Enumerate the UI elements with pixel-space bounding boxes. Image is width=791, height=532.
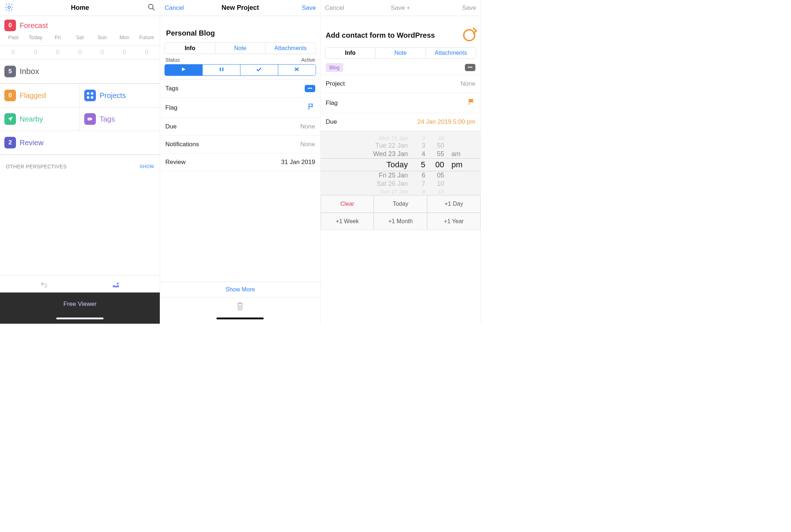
- forecast-label: Forecast: [20, 21, 48, 30]
- status-onhold-button[interactable]: [202, 65, 240, 75]
- cancel-button[interactable]: Cancel: [325, 4, 348, 12]
- forecast-day[interactable]: Fri: [46, 34, 69, 40]
- cell-flagged[interactable]: 0 Flagged: [0, 84, 80, 107]
- flag-icon[interactable]: [467, 98, 475, 108]
- status-segmented: [165, 64, 316, 76]
- plus-1-year-button[interactable]: +1 Year: [427, 213, 480, 230]
- home-indicator-icon: [56, 318, 104, 319]
- forecast-day[interactable]: Mon: [113, 34, 135, 40]
- flag-icon[interactable]: [307, 103, 315, 112]
- task-tab-bar: Info Note Attachments: [325, 47, 476, 59]
- home-header: Home: [0, 0, 160, 16]
- save-button[interactable]: Save: [454, 4, 476, 12]
- project-label: Project: [326, 80, 345, 87]
- status-done-button[interactable]: [240, 65, 278, 75]
- project-name-field[interactable]: Personal Blog: [160, 16, 320, 42]
- settings-gear-icon[interactable]: [4, 3, 27, 13]
- nearby-label: Nearby: [20, 115, 43, 123]
- task-flag-row[interactable]: Flag: [321, 93, 480, 113]
- tags-icon: [84, 113, 96, 125]
- task-project-row[interactable]: Project None: [321, 75, 480, 93]
- tab-note[interactable]: Note: [215, 43, 265, 54]
- forecast-count: 0: [113, 49, 135, 56]
- tags-picker-icon[interactable]: •••: [465, 64, 475, 71]
- save-button[interactable]: Save: [293, 4, 316, 12]
- today-button[interactable]: Today: [374, 195, 427, 213]
- flag-label: Flag: [326, 99, 338, 107]
- tab-info[interactable]: Info: [325, 48, 375, 58]
- forecast-day[interactable]: Sun: [91, 34, 113, 40]
- status-active-button[interactable]: [165, 65, 202, 75]
- plus-1-month-button[interactable]: +1 Month: [374, 213, 427, 230]
- inbox-badge-icon: 5: [4, 66, 16, 77]
- cell-projects[interactable]: Projects: [80, 84, 160, 107]
- status-dropped-button[interactable]: [278, 65, 316, 75]
- picker-row[interactable]: Wed 23 Jan455am: [321, 150, 480, 158]
- home-indicator-icon: [216, 318, 264, 319]
- review-row[interactable]: Review 31 Jan 2019: [160, 154, 320, 171]
- panel-task-detail: Cancel Save + Save Add contact form to W…: [321, 0, 481, 324]
- tab-info[interactable]: Info: [165, 43, 215, 54]
- task-due-row[interactable]: Due 24 Jan 2019 5:00 pm: [321, 113, 480, 131]
- inbox-row[interactable]: 5 Inbox: [0, 60, 160, 83]
- cancel-button[interactable]: Cancel: [165, 4, 187, 12]
- cell-review[interactable]: 2 Review: [0, 131, 160, 155]
- tags-label: Tags: [100, 115, 115, 123]
- undo-icon[interactable]: [8, 281, 80, 290]
- tags-label: Tags: [165, 85, 178, 92]
- free-viewer-banner[interactable]: Free Viewer: [0, 292, 160, 324]
- clear-button[interactable]: Clear: [321, 195, 374, 213]
- flag-label: Flag: [165, 104, 177, 111]
- flagged-badge-icon: 0: [4, 90, 16, 101]
- review-value: 31 Jan 2019: [281, 159, 315, 166]
- forecast-day[interactable]: Past: [2, 34, 24, 40]
- panel-home: Home 0 Forecast PastTodayFriSatSunMonFut…: [0, 0, 160, 324]
- forecast-day[interactable]: Sat: [69, 34, 91, 40]
- detail-tab-bar: Info Note Attachments: [165, 42, 316, 54]
- trash-icon[interactable]: [236, 306, 244, 312]
- other-perspectives-row: OTHER PERSPECTIVES SHOW: [0, 155, 160, 172]
- flag-row[interactable]: Flag: [160, 98, 320, 118]
- tags-picker-icon[interactable]: •••: [305, 85, 315, 92]
- task-tags-row[interactable]: Blog •••: [321, 60, 480, 75]
- due-row[interactable]: Due None: [160, 118, 320, 136]
- svg-rect-6: [220, 67, 221, 71]
- forecast-count: 0: [135, 49, 158, 56]
- new-project-title: New Project: [222, 4, 259, 12]
- trash-toolbar: [160, 297, 320, 324]
- notifications-label: Notifications: [165, 141, 199, 148]
- date-picker[interactable]: Mon 21 Jan245Tue 22 Jan350Wed 23 Jan455a…: [321, 131, 480, 195]
- free-viewer-label: Free Viewer: [63, 300, 96, 307]
- cell-tags[interactable]: Tags: [80, 107, 160, 131]
- due-value: None: [300, 123, 315, 130]
- picker-row[interactable]: Mon 21 Jan245: [321, 135, 480, 142]
- search-icon[interactable]: [133, 3, 155, 13]
- notifications-row[interactable]: Notifications None: [160, 136, 320, 154]
- tab-note[interactable]: Note: [375, 48, 425, 58]
- svg-point-1: [149, 4, 153, 9]
- forecast-badge-icon: 0: [4, 20, 16, 31]
- plus-1-day-button[interactable]: +1 Day: [427, 195, 480, 213]
- picker-row[interactable]: Tue 22 Jan350: [321, 142, 480, 150]
- picker-row[interactable]: Sat 26 Jan710: [321, 180, 480, 188]
- picker-row[interactable]: Today500pm: [321, 158, 480, 171]
- tab-attachments[interactable]: Attachments: [426, 48, 476, 58]
- due-label: Due: [326, 118, 337, 126]
- forecast-row[interactable]: 0 Forecast: [0, 16, 160, 34]
- task-title[interactable]: Add contact form to WordPress: [326, 31, 435, 40]
- plus-1-week-button[interactable]: +1 Week: [321, 213, 374, 230]
- tags-row[interactable]: Tags •••: [160, 79, 320, 98]
- forecast-day[interactable]: Future: [135, 34, 158, 40]
- forecast-day[interactable]: Today: [24, 34, 46, 40]
- tab-attachments[interactable]: Attachments: [265, 43, 315, 54]
- show-more-button[interactable]: Show More: [160, 282, 320, 297]
- cell-nearby[interactable]: Nearby: [0, 107, 80, 131]
- tag-pill[interactable]: Blog: [326, 63, 343, 72]
- picker-row[interactable]: Sun 27 Jan815: [321, 188, 480, 195]
- task-status-circle-icon[interactable]: [463, 29, 475, 41]
- save-plus-button[interactable]: Save +: [348, 4, 454, 12]
- add-to-inbox-icon[interactable]: [80, 281, 152, 290]
- project-value: None: [461, 80, 475, 87]
- show-button[interactable]: SHOW: [140, 164, 154, 169]
- picker-row[interactable]: Fri 25 Jan605: [321, 171, 480, 180]
